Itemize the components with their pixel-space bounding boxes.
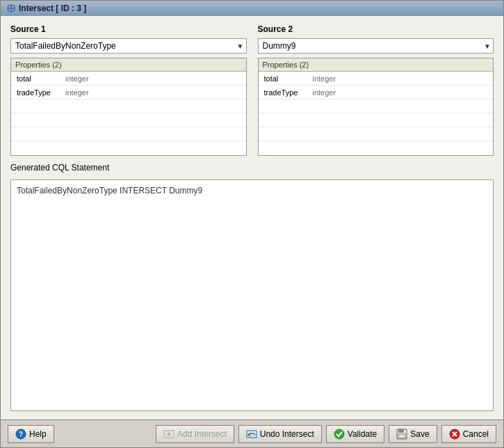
- source2-dropdown-container: Dummy9 ▼: [258, 38, 494, 54]
- source1-property-row-total: total integer: [11, 72, 246, 86]
- add-intersect-label: Add Intersect: [177, 429, 227, 439]
- cancel-icon: [449, 429, 460, 440]
- source1-empty-row-2: [11, 113, 246, 127]
- title-text: Intersect [ ID : 3 ]: [19, 3, 86, 13]
- source1-properties-table: Properties (2) total integer tradeType i…: [10, 58, 247, 156]
- source1-properties-header: Properties (2): [11, 58, 246, 72]
- source1-empty-row-4: [11, 141, 246, 155]
- source2-empty-row-4: [259, 141, 494, 155]
- content-area: Source 1 TotalFailedByNonZeroType ▼ Prop…: [1, 16, 503, 419]
- validate-icon: [334, 429, 345, 440]
- source2-properties-table: Properties (2) total integer tradeType i…: [258, 58, 494, 156]
- save-label: Save: [410, 429, 429, 439]
- source2-property-row-total: total integer: [259, 72, 494, 86]
- save-button[interactable]: Save: [389, 425, 437, 443]
- save-icon: [396, 429, 407, 440]
- help-button[interactable]: ? Help: [8, 425, 54, 443]
- source2-prop-name-tradetype: tradeType: [264, 88, 313, 97]
- source2-empty-row-2: [259, 113, 494, 127]
- main-window: Intersect [ ID : 3 ] Source 1 TotalFaile…: [0, 0, 504, 448]
- source1-panel: Source 1 TotalFailedByNonZeroType ▼ Prop…: [10, 24, 247, 156]
- validate-button[interactable]: Validate: [326, 425, 384, 443]
- source2-panel: Source 2 Dummy9 ▼ Properties (2) total i…: [258, 24, 494, 156]
- source1-prop-name-tradetype: tradeType: [17, 88, 65, 97]
- source2-prop-name-total: total: [264, 74, 313, 83]
- svg-text:?: ?: [19, 431, 23, 438]
- source2-dropdown[interactable]: Dummy9: [258, 38, 494, 54]
- cancel-button[interactable]: Cancel: [441, 425, 496, 443]
- source2-empty-row-3: [259, 127, 494, 141]
- source1-prop-type-total: integer: [65, 74, 89, 83]
- source2-prop-type-total: integer: [313, 74, 336, 83]
- cql-textarea[interactable]: TotalFailedByNonZeroType INTERSECT Dummy…: [10, 179, 494, 411]
- source1-empty-row-1: [11, 99, 246, 113]
- svg-point-9: [334, 429, 344, 439]
- add-intersect-icon: [163, 429, 174, 440]
- source1-property-row-tradetype: tradeType integer: [11, 86, 246, 99]
- sources-row: Source 1 TotalFailedByNonZeroType ▼ Prop…: [10, 24, 494, 156]
- cancel-label: Cancel: [463, 429, 489, 439]
- source1-dropdown[interactable]: TotalFailedByNonZeroType: [10, 38, 247, 54]
- source2-prop-type-tradetype: integer: [313, 88, 336, 97]
- validate-label: Validate: [348, 429, 377, 439]
- svg-rect-12: [398, 434, 405, 438]
- source2-properties-header: Properties (2): [259, 58, 494, 72]
- source1-label: Source 1: [10, 24, 247, 34]
- undo-intersect-label: Undo Intersect: [260, 429, 314, 439]
- undo-intersect-button[interactable]: Undo Intersect: [238, 425, 322, 443]
- source2-property-row-tradetype: tradeType integer: [259, 86, 494, 99]
- source1-empty-row-3: [11, 127, 246, 141]
- help-label: Help: [29, 429, 47, 439]
- source2-empty-row-1: [259, 99, 494, 113]
- window-icon: [6, 3, 16, 13]
- undo-intersect-icon: [246, 429, 257, 440]
- source2-label: Source 2: [258, 24, 494, 34]
- title-bar: Intersect [ ID : 3 ]: [1, 1, 503, 16]
- svg-rect-11: [398, 429, 404, 433]
- button-bar: ? Help Add Intersect: [1, 419, 503, 447]
- cql-label: Generated CQL Statement: [10, 163, 494, 173]
- source1-prop-type-tradetype: integer: [65, 88, 89, 97]
- source1-dropdown-container: TotalFailedByNonZeroType ▼: [10, 38, 247, 54]
- add-intersect-button[interactable]: Add Intersect: [156, 425, 234, 443]
- source1-prop-name-total: total: [17, 74, 65, 83]
- help-icon: ?: [15, 429, 26, 440]
- svg-rect-13: [404, 430, 405, 432]
